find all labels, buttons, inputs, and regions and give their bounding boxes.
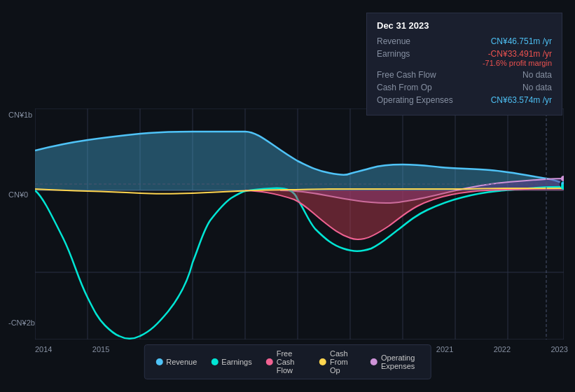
legend-dot-fcf <box>266 358 273 365</box>
legend-dot-cashop <box>319 358 326 365</box>
chart-legend: Revenue Earnings Free Cash Flow Cash Fro… <box>144 344 431 379</box>
legend-label-revenue: Revenue <box>166 358 197 366</box>
tooltip-row-opex: Operating Expenses CN¥63.574m /yr <box>377 95 552 105</box>
x-label-2015: 2015 <box>92 345 109 354</box>
y-label-bot: -CN¥2b <box>8 318 35 327</box>
chart-container: Dec 31 2023 Revenue CN¥46.751m /yr Earni… <box>0 0 575 392</box>
chart-svg <box>35 108 564 340</box>
legend-item-cashop[interactable]: Cash From Op <box>319 349 356 374</box>
legend-item-revenue[interactable]: Revenue <box>155 358 197 366</box>
profit-margin: -71.6% profit margin <box>483 59 552 67</box>
tooltip-value-earnings: -CN¥33.491m /yr -71.6% profit margin <box>483 49 552 67</box>
y-label-top: CN¥1b <box>8 111 32 119</box>
tooltip-value-fcf: No data <box>522 70 552 80</box>
tooltip-value-opex: CN¥63.574m /yr <box>491 95 552 105</box>
tooltip-label-opex: Operating Expenses <box>377 95 461 105</box>
legend-label-cashop: Cash From Op <box>330 349 356 374</box>
tooltip-value-revenue: CN¥46.751m /yr <box>491 36 552 46</box>
x-label-2023: 2023 <box>550 345 567 354</box>
tooltip-label-revenue: Revenue <box>377 36 461 46</box>
tooltip-row-fcf: Free Cash Flow No data <box>377 70 552 80</box>
tooltip-row-revenue: Revenue CN¥46.751m /yr <box>377 36 552 46</box>
legend-label-earnings: Earnings <box>221 358 251 366</box>
x-label-2014: 2014 <box>35 345 52 354</box>
tooltip-label-earnings: Earnings <box>377 49 461 59</box>
legend-item-fcf[interactable]: Free Cash Flow <box>266 349 305 374</box>
tooltip-label-fcf: Free Cash Flow <box>377 70 461 80</box>
legend-label-opex: Operating Expenses <box>381 354 420 370</box>
tooltip-title: Dec 31 2023 <box>377 20 552 31</box>
x-label-2022: 2022 <box>494 345 511 354</box>
y-label-mid: CN¥0 <box>8 190 28 199</box>
tooltip-label-cashop: Cash From Op <box>377 83 461 92</box>
legend-item-earnings[interactable]: Earnings <box>211 358 251 366</box>
legend-label-fcf: Free Cash Flow <box>277 349 305 374</box>
tooltip-box: Dec 31 2023 Revenue CN¥46.751m /yr Earni… <box>366 13 562 115</box>
tooltip-value-cashop: No data <box>522 83 552 92</box>
legend-dot-revenue <box>155 358 162 365</box>
tooltip-row-earnings: Earnings -CN¥33.491m /yr -71.6% profit m… <box>377 49 552 67</box>
legend-item-opex[interactable]: Operating Expenses <box>370 354 420 370</box>
tooltip-row-cashop: Cash From Op No data <box>377 83 552 92</box>
legend-dot-earnings <box>211 358 218 365</box>
x-label-2021: 2021 <box>436 345 453 354</box>
legend-dot-opex <box>370 358 377 365</box>
